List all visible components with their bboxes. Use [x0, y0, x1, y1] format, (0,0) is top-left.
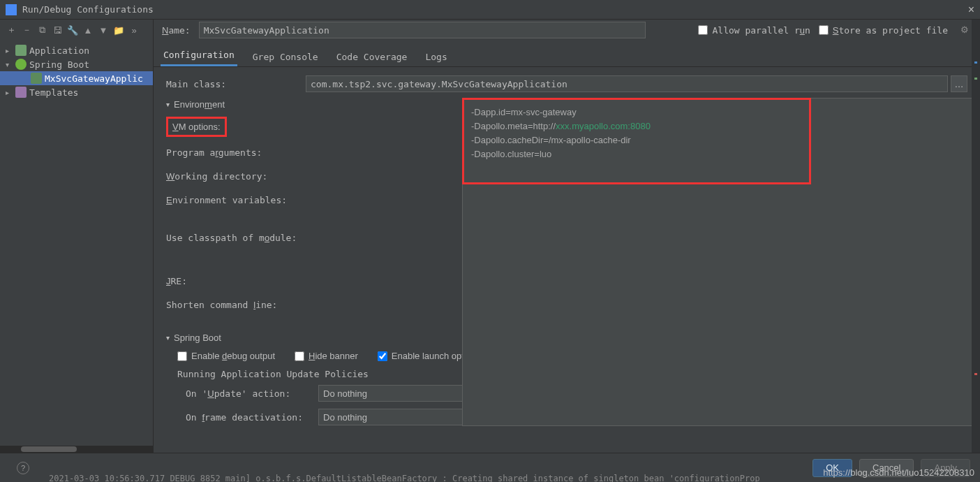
on-frame-label: On frame deactivation: [186, 412, 318, 423]
chevron-down-icon: ▾ [166, 334, 170, 342]
down-icon[interactable]: ▼ [96, 23, 110, 37]
program-args-label: Program arguments: [166, 147, 306, 158]
browse-main-class-button[interactable]: … [951, 75, 967, 92]
tree-item-mxsvcgateway[interactable]: MxSvcGatewayApplic [0, 71, 153, 85]
titlebar: Run/Debug Configurations × [0, 0, 980, 20]
app-icon [6, 4, 17, 15]
working-dir-label: Working directory: [166, 171, 306, 182]
on-update-label: On 'Update' action: [186, 388, 318, 399]
sidebar: ＋ － ⧉ 🖫 🔧 ▲ ▼ 📁 » ▸ Application ▾ Spring… [0, 20, 154, 453]
copy-icon[interactable]: ⧉ [35, 23, 49, 37]
save-icon[interactable]: 🖫 [50, 23, 64, 37]
allow-parallel-checkbox[interactable]: Allow parallel run [698, 25, 810, 36]
spring-icon [15, 59, 27, 70]
folder-icon[interactable]: 📁 [112, 23, 126, 37]
up-icon[interactable]: ▲ [81, 23, 95, 37]
classpath-label: Use classpath of module: [166, 233, 306, 243]
main-class-input[interactable] [306, 75, 948, 92]
vm-options-textarea[interactable]: ⤢ [462, 98, 980, 426]
main-class-label: Main class: [166, 79, 306, 89]
chevron-right-icon: ▸ [6, 47, 13, 54]
help-button[interactable]: ? [17, 462, 29, 474]
wrench-icon[interactable]: 🔧 [66, 23, 80, 37]
tab-code-coverage[interactable]: Code Coverage [334, 48, 410, 66]
env-vars-label: Environment variables: [166, 195, 306, 205]
tabs: Configuration Grep Console Code Coverage… [154, 43, 980, 67]
tree-item-application[interactable]: ▸ Application [0, 43, 153, 57]
tree-label: Spring Boot [29, 59, 89, 70]
close-icon[interactable]: × [968, 3, 974, 16]
chevron-down-icon: ▾ [166, 101, 170, 108]
enable-debug-checkbox[interactable]: Enable debug output [177, 351, 275, 361]
section-label: Spring Boot [174, 333, 221, 343]
name-input[interactable] [199, 22, 646, 38]
tree-label: Application [29, 45, 89, 56]
gear-icon[interactable]: ⚙ [960, 24, 972, 36]
horizontal-scrollbar[interactable] [0, 446, 153, 453]
editor-gutter [972, 20, 980, 453]
window-title: Run/Debug Configurations [22, 4, 968, 15]
config-panel: Main class: … ▾ Environment ⤢ -Dapp.id=m… [154, 67, 980, 453]
tab-logs[interactable]: Logs [422, 48, 450, 66]
vm-options-label: VM options: [166, 117, 306, 137]
jre-label: JRE: [166, 276, 306, 286]
section-label: Environment [174, 99, 225, 110]
more-icon[interactable]: » [127, 23, 141, 37]
add-icon[interactable]: ＋ [4, 23, 18, 37]
chevron-right-icon: ▸ [6, 89, 13, 96]
chevron-down-icon: ▾ [6, 61, 13, 68]
config-tree: ▸ Application ▾ Spring Boot MxSvcGateway… [0, 41, 153, 446]
tab-configuration[interactable]: Configuration [161, 45, 237, 66]
spring-item-icon [31, 73, 42, 84]
remove-icon[interactable]: － [20, 23, 34, 37]
hide-banner-checkbox[interactable]: Hide banner [295, 351, 358, 361]
log-line: 2021-03-03 10:56:30.717 DEBUG 8852 main]… [49, 474, 760, 482]
apply-button[interactable]: Apply [921, 459, 970, 477]
cancel-button[interactable]: Cancel [859, 459, 914, 477]
application-icon [15, 45, 27, 56]
tree-label: MxSvcGatewayApplic [45, 73, 143, 84]
tab-grep-console[interactable]: Grep Console [250, 48, 321, 66]
store-as-project-checkbox[interactable]: Store as project file [819, 25, 948, 36]
tree-item-springboot[interactable]: ▾ Spring Boot [0, 57, 153, 71]
sidebar-toolbar: ＋ － ⧉ 🖫 🔧 ▲ ▼ 📁 » [0, 20, 153, 41]
tree-label: Templates [29, 87, 78, 98]
shorten-label: Shorten command line: [166, 300, 306, 310]
tree-item-templates[interactable]: ▸ Templates [0, 85, 153, 99]
name-label: Name: [162, 25, 191, 36]
templates-icon [15, 87, 27, 98]
content: Name: Allow parallel run Store as projec… [154, 20, 980, 453]
ok-button[interactable]: OK [812, 459, 852, 477]
